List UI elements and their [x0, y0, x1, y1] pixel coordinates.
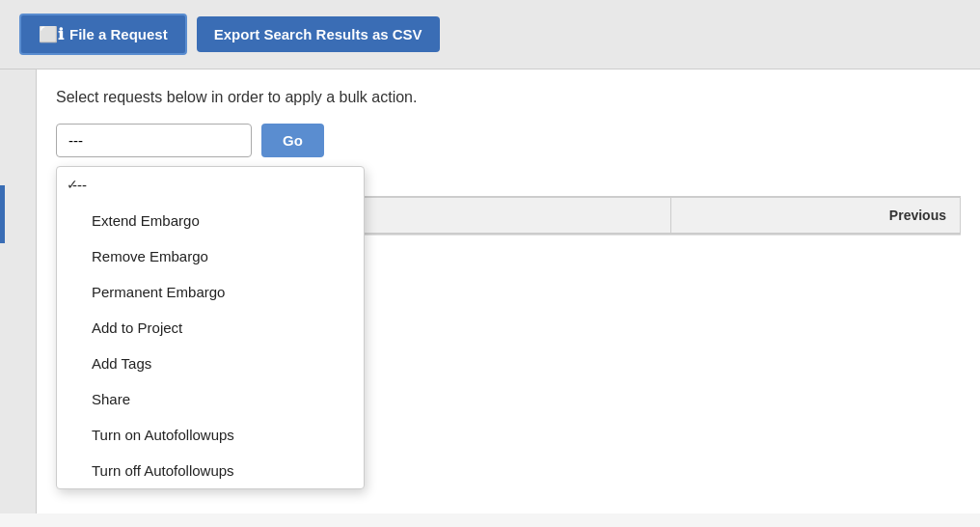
file-request-label: File a Request	[69, 26, 168, 42]
dropdown-container: --- Extend Embargo Remove Embargo Perman…	[56, 124, 252, 157]
file-icon: ⬜ℹ	[39, 25, 64, 43]
dropdown-item-autofollowups-on[interactable]: Turn on Autofollowups	[57, 417, 364, 453]
bulk-action-text: Select requests below in order to apply …	[56, 89, 961, 106]
export-csv-button[interactable]: Export Search Results as CSV	[197, 16, 440, 52]
dropdown-item-autofollowups-off[interactable]: Turn off Autofollowups	[57, 453, 364, 488]
go-button[interactable]: Go	[261, 124, 324, 157]
action-row: --- Extend Embargo Remove Embargo Perman…	[56, 124, 961, 157]
dropdown-item-share[interactable]: Share	[57, 381, 364, 417]
sidebar-active-indicator	[0, 185, 5, 243]
dropdown-item-remove-embargo[interactable]: Remove Embargo	[57, 238, 364, 274]
dropdown-menu: --- Extend Embargo Remove Embargo Perman…	[56, 166, 365, 489]
toolbar: ⬜ℹ File a Request Export Search Results …	[0, 0, 980, 69]
dropdown-item-separator[interactable]: ---	[57, 167, 364, 203]
table-header-previous: Previous	[671, 198, 961, 233]
dropdown-item-add-tags[interactable]: Add Tags	[57, 346, 364, 381]
bulk-action-select[interactable]: --- Extend Embargo Remove Embargo Perman…	[56, 124, 252, 157]
sidebar-strip	[0, 69, 37, 513]
content-area: Select requests below in order to apply …	[37, 69, 980, 268]
dropdown-item-add-to-project[interactable]: Add to Project	[57, 310, 364, 346]
dropdown-item-extend-embargo[interactable]: Extend Embargo	[57, 203, 364, 238]
page-wrapper: ⬜ℹ File a Request Export Search Results …	[0, 0, 980, 527]
file-request-button[interactable]: ⬜ℹ File a Request	[19, 14, 187, 55]
dropdown-item-permanent-embargo[interactable]: Permanent Embargo	[57, 274, 364, 310]
main-content: Select requests below in order to apply …	[0, 69, 980, 513]
export-label: Export Search Results as CSV	[214, 26, 422, 42]
